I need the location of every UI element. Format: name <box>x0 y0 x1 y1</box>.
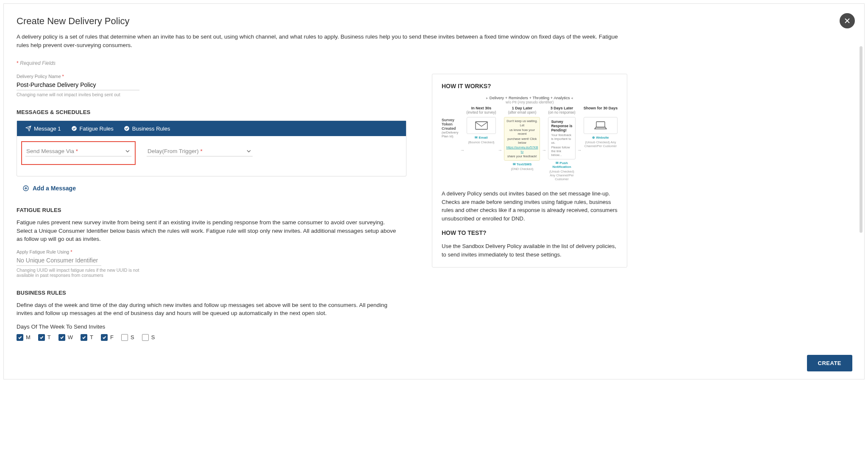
svg-rect-3 <box>476 122 487 129</box>
apply-fatigue-field: Apply Fatigue Rule Using * Changing UUID… <box>17 249 406 278</box>
page-title: Create New Delivery Policy <box>17 16 851 27</box>
days-label: Days Of The Week To Send Invites <box>17 323 406 330</box>
day-label: T <box>47 334 51 340</box>
day-label: M <box>26 334 31 340</box>
message-tab-bar: Message 1 Fatigue Rules Business Rules <box>17 121 406 136</box>
send-icon <box>25 125 31 131</box>
day-checkbox-4[interactable]: F <box>101 334 114 341</box>
plus-circle-icon <box>22 185 29 192</box>
close-button[interactable] <box>840 13 855 28</box>
policy-name-input[interactable] <box>17 80 139 90</box>
delay-from-trigger-select[interactable]: Delay(From Trigger) * <box>147 146 253 156</box>
how-it-works-panel: HOW IT WORKS? ▸ Delivery + Reminders + T… <box>432 74 627 268</box>
day-label: T <box>90 334 93 340</box>
send-message-via-select[interactable]: Send Message Via * <box>25 146 131 156</box>
checkbox-icon <box>58 334 65 341</box>
day-label: W <box>68 334 73 340</box>
checkbox-icon <box>101 334 108 341</box>
check-circle-icon <box>71 125 77 131</box>
field-label: Apply Fatigue Rule Using * <box>17 249 406 254</box>
day-checkbox-2[interactable]: W <box>58 334 73 341</box>
days-of-week-row: MTWTFSS <box>17 334 406 341</box>
svg-point-1 <box>124 126 129 131</box>
chevron-down-icon <box>247 148 251 154</box>
field-hint: Changing name will not impact invites be… <box>17 92 406 97</box>
envelope-icon <box>475 121 488 130</box>
day-checkbox-0[interactable]: M <box>17 334 31 341</box>
tab-business-rules[interactable]: Business Rules <box>119 121 175 136</box>
day-checkbox-5[interactable]: S <box>121 334 134 341</box>
scrollbar-thumb[interactable] <box>860 46 862 233</box>
apply-fatigue-select[interactable] <box>17 255 101 266</box>
diagram-token: Survey Token Created (w/Delivery Plan Id… <box>442 106 459 138</box>
messages-section-heading: MESSAGES & SCHEDULES <box>17 109 406 115</box>
send-message-via-highlight: Send Message Via * <box>21 141 136 165</box>
check-circle-icon <box>124 125 130 131</box>
delivery-flow-diagram: ▸ Delivery + Reminders + Throttling + An… <box>442 95 618 181</box>
how-to-test-body: Use the Sandbox Delivery Policy availabl… <box>442 242 618 259</box>
checkbox-icon <box>38 334 45 341</box>
how-it-works-title: HOW IT WORKS? <box>442 83 618 89</box>
field-label: Delivery Policy Name * <box>17 74 406 79</box>
day-label: S <box>131 334 134 340</box>
tab-message-1[interactable]: Message 1 <box>20 121 66 136</box>
day-checkbox-6[interactable]: S <box>142 334 155 341</box>
day-label: F <box>110 334 114 340</box>
diagram-step-email: In Next 30s (invited for survey) ✉ Email… <box>467 106 496 144</box>
fatigue-description: Fatigue rules prevent new survey invite … <box>17 218 398 243</box>
diagram-step-push: 3 Days Later (on no response) Survey Res… <box>548 106 575 181</box>
checkbox-icon <box>17 334 23 341</box>
day-checkbox-3[interactable]: T <box>81 334 93 341</box>
page-intro: A delivery policy is a set of rules that… <box>17 33 618 49</box>
tab-fatigue-rules[interactable]: Fatigue Rules <box>66 121 119 136</box>
checkbox-icon <box>142 334 149 341</box>
policy-name-field: Delivery Policy Name * Changing name wil… <box>17 74 406 97</box>
svg-point-0 <box>72 126 77 131</box>
diagram-step-website: Shown for 30 Days ⊕ Website (Unsub Check… <box>584 106 618 148</box>
fatigue-section-heading: FATIGUE RULES <box>17 207 406 213</box>
close-icon <box>844 17 851 24</box>
business-section-heading: BUSINESS RULES <box>17 290 406 296</box>
laptop-icon <box>594 121 607 130</box>
add-message-button[interactable]: Add a Message <box>22 185 76 192</box>
business-description: Define days of the week and time of the … <box>17 301 398 318</box>
field-hint: Changing UUID will impact fatigue rules … <box>17 268 144 278</box>
checkbox-icon <box>81 334 87 341</box>
svg-rect-4 <box>596 122 605 127</box>
create-button[interactable]: CREATE <box>807 355 852 371</box>
required-fields-note: * Required Fields <box>17 60 851 66</box>
day-label: S <box>151 334 155 340</box>
day-checkbox-1[interactable]: T <box>38 334 51 341</box>
chevron-down-icon <box>125 148 130 154</box>
how-to-test-title: HOW TO TEST? <box>442 229 618 236</box>
checkbox-icon <box>121 334 128 341</box>
diagram-step-sms: 1 Day Later (after email open) Don't kee… <box>504 106 540 170</box>
create-delivery-policy-modal: Create New Delivery Policy A delivery po… <box>3 3 865 379</box>
how-it-works-body: A delivery Policy sends out invites base… <box>442 190 618 223</box>
message-card: Message 1 Fatigue Rules Business Rules <box>17 120 406 176</box>
